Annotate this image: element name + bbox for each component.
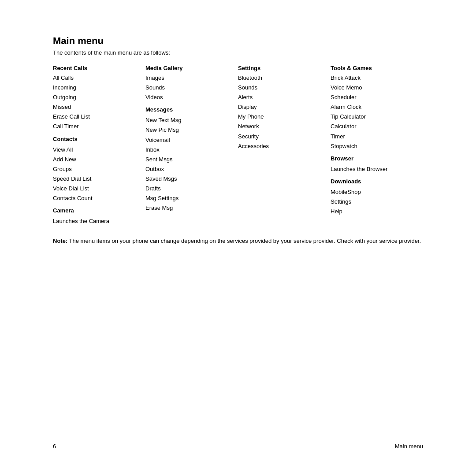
col-item-2-3: Display xyxy=(238,102,322,112)
col-item-2-5: Network xyxy=(238,122,322,131)
page-footer: 6 Main menu xyxy=(53,441,423,450)
col-item-3-1: Voice Memo xyxy=(331,83,414,93)
col-item-1-1: Sounds xyxy=(145,83,229,93)
menu-column-0: Recent CallsAll CallsIncomingOutgoingMis… xyxy=(53,65,145,226)
col-item-0-4: Erase Call List xyxy=(53,112,137,122)
col-item-0-12: Contacts Count xyxy=(53,193,137,203)
page-title: Main menu xyxy=(53,35,423,47)
col-item-2-2: Alerts xyxy=(238,93,322,102)
col-item-1-2: Videos xyxy=(145,93,229,102)
col-item-0-8: Add New xyxy=(53,155,137,164)
col-header-3: Tools & Games xyxy=(331,65,414,71)
col-item-0-14: Launches the Camera xyxy=(53,216,137,226)
col-item-3-2: Scheduler xyxy=(331,93,414,102)
menu-column-1: Media GalleryImagesSoundsVideosMessagesN… xyxy=(145,65,238,226)
col-item-3-9: Launches the Browser xyxy=(331,164,414,174)
col-item-3-7: Stopwatch xyxy=(331,141,414,151)
col-subheader-1-3: Messages xyxy=(145,105,229,115)
col-item-1-12: Msg Settings xyxy=(145,193,229,203)
col-header-0: Recent Calls xyxy=(53,65,137,71)
col-item-3-13: Help xyxy=(331,207,414,216)
note-section: Note: The menu items on your phone can c… xyxy=(53,237,423,246)
col-item-3-12: Settings xyxy=(331,197,414,207)
footer-section-title: Main menu xyxy=(395,443,423,450)
col-subheader-3-8: Browser xyxy=(331,154,414,164)
col-item-1-5: New Pic Msg xyxy=(145,125,229,135)
col-item-1-0: Images xyxy=(145,73,229,83)
col-item-0-5: Call Timer xyxy=(53,122,137,131)
col-item-3-6: Timer xyxy=(331,132,414,141)
col-item-2-0: Bluetooth xyxy=(238,73,322,83)
note-text: The menu items on your phone can change … xyxy=(67,238,421,244)
menu-table: Recent CallsAll CallsIncomingOutgoingMis… xyxy=(53,65,423,226)
col-subheader-0-6: Contacts xyxy=(53,134,137,144)
col-item-2-4: My Phone xyxy=(238,112,322,122)
col-item-3-4: Tip Calculator xyxy=(331,112,414,122)
col-item-2-6: Security xyxy=(238,132,322,141)
col-item-0-3: Missed xyxy=(53,102,137,112)
menu-column-3: Tools & GamesBrick AttackVoice MemoSched… xyxy=(331,65,423,226)
note-label: Note: xyxy=(53,238,67,244)
col-item-0-11: Voice Dial List xyxy=(53,184,137,193)
col-item-0-0: All Calls xyxy=(53,73,137,83)
col-item-3-5: Calculator xyxy=(331,122,414,131)
col-item-1-13: Erase Msg xyxy=(145,203,229,213)
col-item-0-10: Speed Dial List xyxy=(53,174,137,184)
col-subheader-3-10: Downloads xyxy=(331,177,414,186)
page-subtitle: The contents of the main menu are as fol… xyxy=(53,49,423,56)
col-item-0-9: Groups xyxy=(53,164,137,174)
menu-column-2: SettingsBluetoothSoundsAlertsDisplayMy P… xyxy=(238,65,331,226)
col-item-1-10: Saved Msgs xyxy=(145,174,229,184)
col-item-0-1: Incoming xyxy=(53,83,137,93)
col-item-3-11: MobileShop xyxy=(331,187,414,197)
col-header-1: Media Gallery xyxy=(145,65,229,71)
col-item-1-9: Outbox xyxy=(145,164,229,174)
col-item-1-7: Inbox xyxy=(145,145,229,155)
col-item-0-7: View All xyxy=(53,145,137,155)
col-item-1-4: New Text Msg xyxy=(145,115,229,125)
col-item-2-7: Accessories xyxy=(238,141,322,151)
col-item-1-6: Voicemail xyxy=(145,135,229,145)
col-subheader-0-13: Camera xyxy=(53,206,137,216)
col-item-2-1: Sounds xyxy=(238,83,322,93)
col-item-1-8: Sent Msgs xyxy=(145,155,229,164)
col-item-0-2: Outgoing xyxy=(53,93,137,102)
col-item-3-3: Alarm Clock xyxy=(331,102,414,112)
col-item-1-11: Drafts xyxy=(145,184,229,193)
col-item-3-0: Brick Attack xyxy=(331,73,414,83)
footer-page-number: 6 xyxy=(53,443,56,450)
col-header-2: Settings xyxy=(238,65,322,71)
